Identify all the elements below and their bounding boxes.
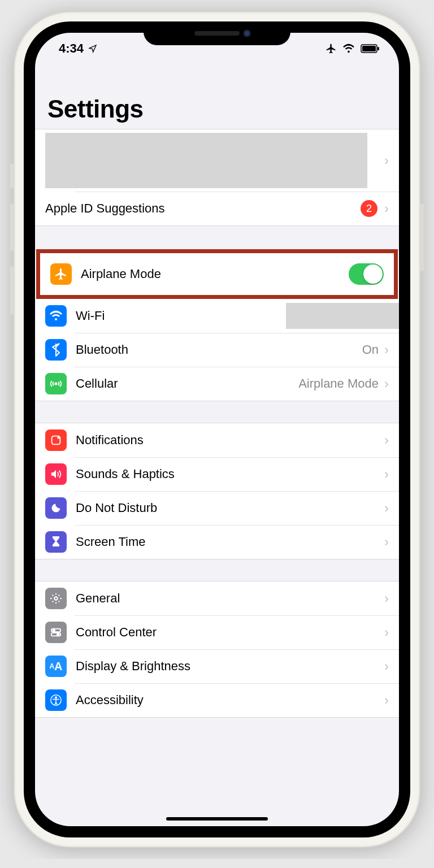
redacted-profile: [45, 133, 367, 188]
profile-row[interactable]: ›: [35, 129, 399, 192]
hourglass-icon: [45, 531, 67, 553]
airplane-toggle[interactable]: [349, 263, 384, 285]
sounds-icon: [45, 463, 67, 485]
account-group: › Apple ID Suggestions 2 ›: [35, 129, 399, 226]
badge-count: 2: [361, 200, 377, 217]
cellular-label: Cellular: [76, 376, 298, 391]
device-frame: 4:34 Setti: [14, 11, 420, 848]
accessibility-icon: [45, 689, 67, 711]
chevron-icon: ›: [384, 342, 389, 358]
airplane-icon: [50, 263, 72, 285]
chevron-icon: ›: [384, 201, 389, 216]
screentime-row[interactable]: Screen Time ›: [35, 525, 399, 559]
bezel: 4:34 Setti: [24, 21, 410, 837]
svg-rect-2: [377, 47, 379, 50]
wifi-status-icon: [342, 44, 355, 54]
highlight-box: Airplane Mode: [36, 249, 398, 299]
display-row[interactable]: AA Display & Brightness ›: [35, 649, 399, 683]
notifications-label: Notifications: [76, 433, 384, 448]
dnd-row[interactable]: Do Not Disturb ›: [35, 491, 399, 525]
chevron-icon: ›: [384, 692, 389, 708]
bluetooth-label: Bluetooth: [76, 342, 362, 357]
home-indicator[interactable]: [166, 817, 268, 821]
battery-status-icon: [361, 44, 380, 53]
cellular-row[interactable]: Cellular Airplane Mode ›: [35, 367, 399, 401]
svg-point-12: [55, 697, 57, 698]
bluetooth-icon: [45, 339, 67, 361]
airplane-mode-row[interactable]: Airplane Mode: [40, 253, 394, 295]
page-header: Settings: [35, 64, 399, 129]
system-group: General › Control Center › AA Display & …: [35, 581, 399, 718]
accessibility-row[interactable]: Accessibility ›: [35, 683, 399, 717]
control-center-row[interactable]: Control Center ›: [35, 615, 399, 649]
bluetooth-value: On: [362, 342, 379, 357]
bluetooth-row[interactable]: Bluetooth On ›: [35, 333, 399, 367]
cellular-value: Airplane Mode: [298, 376, 379, 391]
status-time: 4:34: [59, 41, 84, 56]
wifi-row[interactable]: Wi-Fi: [35, 299, 399, 333]
alerts-group: Notifications › Sounds & Haptics › Do No…: [35, 423, 399, 559]
wifi-icon: [45, 305, 67, 327]
svg-point-5: [57, 436, 60, 439]
airplane-label: Airplane Mode: [81, 267, 349, 281]
svg-rect-1: [362, 46, 376, 51]
text-size-icon: AA: [45, 656, 67, 677]
redacted-wifi-value: [286, 303, 399, 329]
switches-icon: [45, 622, 67, 643]
svg-point-6: [54, 597, 58, 600]
gear-icon: [45, 588, 67, 609]
page-title: Settings: [47, 95, 387, 123]
sounds-row[interactable]: Sounds & Haptics ›: [35, 457, 399, 491]
location-arrow-icon: [88, 44, 97, 53]
chevron-icon: ›: [384, 500, 389, 516]
controlcenter-label: Control Center: [76, 625, 384, 640]
chevron-icon: ›: [384, 432, 389, 448]
chevron-icon: ›: [384, 624, 389, 640]
dnd-label: Do Not Disturb: [76, 501, 384, 515]
chevron-icon: ›: [384, 466, 389, 482]
cellular-icon: [45, 373, 67, 394]
notifications-row[interactable]: Notifications ›: [35, 423, 399, 457]
accessibility-label: Accessibility: [76, 693, 384, 708]
notifications-icon: [45, 429, 67, 451]
screen: 4:34 Setti: [35, 33, 399, 826]
chevron-icon: ›: [384, 534, 389, 550]
connectivity-group: Airplane Mode Wi-Fi Bluetooth: [35, 250, 399, 401]
svg-point-10: [57, 633, 59, 636]
chevron-icon: ›: [384, 153, 389, 168]
wifi-label: Wi-Fi: [76, 309, 286, 323]
general-row[interactable]: General ›: [35, 581, 399, 615]
airplane-status-icon: [326, 43, 337, 54]
svg-point-8: [53, 630, 55, 632]
chevron-icon: ›: [384, 591, 389, 606]
general-label: General: [76, 591, 384, 606]
screentime-label: Screen Time: [76, 535, 384, 549]
display-label: Display & Brightness: [76, 659, 384, 674]
chevron-icon: ›: [384, 376, 389, 392]
svg-point-3: [55, 383, 57, 385]
apple-id-suggestions-row[interactable]: Apple ID Suggestions 2 ›: [35, 192, 399, 225]
notch: [144, 21, 290, 45]
sounds-label: Sounds & Haptics: [76, 467, 384, 481]
apple-id-label: Apple ID Suggestions: [45, 201, 361, 216]
chevron-icon: ›: [384, 658, 389, 674]
moon-icon: [45, 497, 67, 519]
